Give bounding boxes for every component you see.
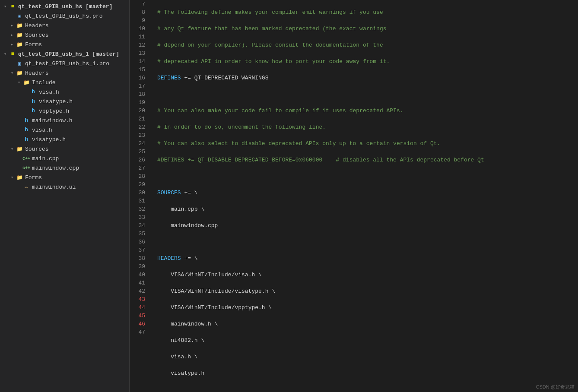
headers1-label: Headers (25, 22, 49, 29)
line-27: ni4882.h \ (157, 336, 578, 345)
visatype-h-item[interactable]: h visatype.h (0, 97, 129, 106)
sources1-arrow (9, 32, 16, 38)
sources1-label: Sources (25, 32, 49, 38)
headers2-arrow (9, 70, 16, 76)
mainwindow-ui-item[interactable]: ✏ mainwindow.ui (0, 182, 129, 192)
line-16: #DEFINES += QT_DISABLE_DEPRECATED_BEFORE… (157, 156, 578, 164)
profile2-label: qt_test_GPIB_usb_hs_1.pro (25, 60, 109, 67)
visa-h-item[interactable]: h visa.h (0, 87, 129, 97)
profile2-item[interactable]: ▣ qt_test_GPIB_usb_hs_1.pro (0, 59, 129, 68)
project2-icon: ■ (9, 50, 16, 58)
line-20: mainwindow.cpp (157, 221, 578, 230)
project1-item[interactable]: ■ qt_test_GPIB_usb_hs [master] (0, 2, 129, 11)
forms1-label: Forms (25, 41, 42, 48)
mainwindow-h-label: mainwindow.h (32, 117, 73, 124)
headers1-arrow (9, 23, 16, 28)
forms1-arrow (9, 42, 16, 47)
include-folder-item[interactable]: 📁 Include (0, 78, 129, 87)
visatype-h2-item[interactable]: h visatype.h (0, 135, 129, 144)
project1-label: qt_test_GPIB_usb_hs [master] (18, 3, 112, 10)
profile2-icon: ▣ (16, 60, 23, 67)
vpptype-h-item[interactable]: h vpptype.h (0, 106, 129, 116)
project2-label: qt_test_GPIB_usb_hs_1 [master] (18, 51, 119, 57)
forms2-label: Forms (25, 174, 42, 181)
line-18: SOURCES += \ (157, 189, 578, 197)
line-30 (157, 386, 578, 392)
line-14: # In order to do so, uncomment the follo… (157, 123, 578, 131)
headers2-label: Headers (25, 70, 49, 76)
visa-h-label: visa.h (39, 89, 59, 95)
mainwindow-ui-icon: ✏ (22, 183, 30, 191)
line-8: # any Qt feature that has been marked de… (157, 25, 578, 33)
line-9: # depend on your compiler). Please consu… (157, 41, 578, 49)
line-13: # You can also make your code fail to co… (157, 107, 578, 115)
headers1-item[interactable]: 📁 Headers (0, 21, 129, 30)
visa-h-icon: h (29, 88, 37, 96)
line-12 (157, 90, 578, 98)
project2-arrow (2, 51, 9, 57)
line-10: # deprecated API in order to know how to… (157, 57, 578, 66)
line-28: visa.h \ (157, 353, 578, 361)
sources2-label: Sources (25, 146, 49, 152)
profile1-label: qt_test_GPIB_usb_hs.pro (25, 13, 102, 19)
line-15: # You can also select to disable depreca… (157, 139, 578, 148)
visa-h2-item[interactable]: h visa.h (0, 125, 129, 135)
mainwindow-cpp-label: mainwindow.cpp (32, 165, 79, 171)
main-cpp-item[interactable]: c++ main.cpp (0, 154, 129, 163)
code-editor: 7 8 9 10 11 12 13 14 15 16 17 18 19 20 2… (130, 0, 578, 392)
forms2-item[interactable]: 📁 Forms (0, 173, 129, 182)
watermark: CSDN @好奇龙猫 (536, 384, 575, 390)
sources1-item[interactable]: 📁 Sources (0, 30, 129, 40)
visatype-h2-label: visatype.h (32, 136, 66, 143)
profile1-item[interactable]: ▣ qt_test_GPIB_usb_hs.pro (0, 11, 129, 21)
visatype-h2-icon: h (22, 136, 30, 143)
line-numbers: 7 8 9 10 11 12 13 14 15 16 17 18 19 20 2… (130, 0, 150, 392)
forms1-item[interactable]: 📁 Forms (0, 40, 129, 49)
headers2-item[interactable]: 📁 Headers (0, 68, 129, 78)
code-text[interactable]: # The following define makes your compil… (150, 0, 578, 392)
main-cpp-icon: c++ (22, 155, 30, 162)
mainwindow-ui-label: mainwindow.ui (32, 184, 76, 190)
vpptype-h-icon: h (29, 107, 37, 115)
visa-h2-label: visa.h (32, 127, 52, 133)
include-label: Include (32, 79, 56, 86)
project1-icon: ■ (9, 3, 16, 10)
line-22: HEADERS += \ (157, 254, 578, 262)
sources2-icon: 📁 (16, 145, 23, 153)
line-23: VISA/WinNT/Include/visa.h \ (157, 271, 578, 279)
line-11: DEFINES += QT_DEPRECATED_WARNINGS (157, 74, 578, 82)
sources2-arrow (9, 146, 16, 152)
visatype-h-label: visatype.h (39, 98, 73, 105)
line-29: visatype.h (157, 369, 578, 377)
mainwindow-h-item[interactable]: h mainwindow.h (0, 116, 129, 125)
headers1-icon: 📁 (16, 22, 23, 29)
project2-item[interactable]: ■ qt_test_GPIB_usb_hs_1 [master] (0, 49, 129, 59)
forms2-icon: 📁 (16, 174, 23, 181)
code-area: 7 8 9 10 11 12 13 14 15 16 17 18 19 20 2… (130, 0, 578, 392)
line-21 (157, 238, 578, 246)
sources2-item[interactable]: 📁 Sources (0, 144, 129, 154)
main-cpp-label: main.cpp (32, 155, 59, 162)
forms1-icon: 📁 (16, 41, 23, 48)
mainwindow-cpp-item[interactable]: c++ mainwindow.cpp (0, 163, 129, 173)
sources1-icon: 📁 (16, 31, 23, 39)
line-7: # The following define makes your compil… (157, 8, 578, 16)
line-24: VISA/WinNT/Include/visatype.h \ (157, 287, 578, 295)
mainwindow-h-icon: h (22, 117, 30, 124)
line-19: main.cpp \ (157, 205, 578, 213)
line-17 (157, 172, 578, 180)
visa-h2-icon: h (22, 126, 30, 134)
mainwindow-cpp-icon: c++ (22, 164, 30, 172)
file-tree[interactable]: ■ qt_test_GPIB_usb_hs [master] ▣ qt_test… (0, 0, 130, 392)
vpptype-h-label: vpptype.h (39, 108, 69, 114)
headers2-icon: 📁 (16, 69, 23, 77)
visatype-h-icon: h (29, 98, 37, 105)
profile1-icon: ▣ (16, 12, 23, 20)
line-25: VISA/WinNT/Include/vpptype.h \ (157, 303, 578, 312)
include-arrow (16, 80, 22, 85)
line-26: mainwindow.h \ (157, 320, 578, 328)
forms2-arrow (9, 175, 16, 180)
project1-arrow (2, 4, 9, 9)
include-icon: 📁 (22, 79, 30, 86)
